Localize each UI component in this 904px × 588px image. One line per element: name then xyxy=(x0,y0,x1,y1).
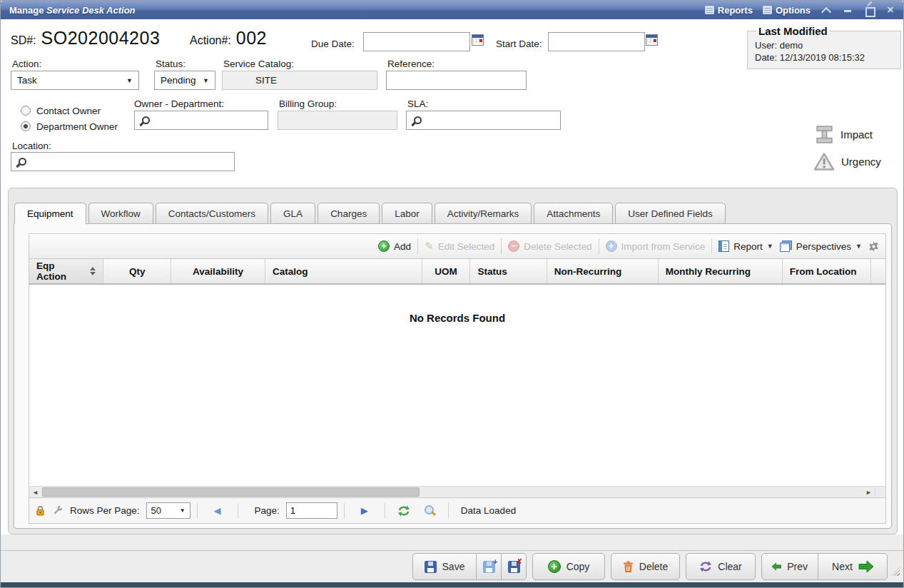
clear-icon xyxy=(699,561,712,572)
sla-input[interactable] xyxy=(406,111,561,130)
add-icon: + xyxy=(378,240,390,252)
status-select[interactable]: Pending ▼ xyxy=(154,71,215,90)
next-arrow-icon xyxy=(858,561,873,572)
toolbar-separator xyxy=(599,238,599,254)
column-header-label: Availability xyxy=(193,266,243,277)
options-button[interactable]: Options xyxy=(763,5,811,16)
grid-pager: Rows Per Page: 50 ▼ ◀ Page: ▶ xyxy=(29,498,886,524)
column-header-monthly-recurring[interactable]: Monthly Recurring xyxy=(659,259,783,283)
column-header-status[interactable]: Status xyxy=(470,259,547,283)
delete-button[interactable]: Delete xyxy=(611,553,680,580)
tab-contacts-customers[interactable]: Contacts/Customers xyxy=(156,203,268,223)
scrollbar-corner xyxy=(875,487,885,497)
scrollbar-track[interactable] xyxy=(41,487,863,497)
tab-activity-remarks[interactable]: Activity/Remarks xyxy=(435,203,532,223)
save-and-close-button[interactable]: ✗ xyxy=(502,553,527,580)
save-and-new-button[interactable]: + xyxy=(477,553,502,580)
minimize-icon[interactable] xyxy=(842,4,853,16)
search-records-icon[interactable] xyxy=(424,505,435,516)
maximize-icon[interactable] xyxy=(863,4,875,16)
report-menu-button[interactable]: Report ▼ xyxy=(718,240,773,252)
location-search-icon xyxy=(17,158,26,167)
due-date-calendar-icon[interactable] xyxy=(472,34,484,46)
close-icon[interactable]: × xyxy=(885,4,896,16)
tab-equipment[interactable]: Equipment xyxy=(14,203,86,224)
save-button[interactable]: Save xyxy=(412,553,477,580)
location-input[interactable] xyxy=(11,152,235,171)
column-header-uom[interactable]: UOM xyxy=(422,259,471,283)
prev-button[interactable]: Prev xyxy=(761,553,818,580)
import-from-service-button[interactable]: + Import from Service xyxy=(606,240,706,252)
last-modified-title: Last Modified xyxy=(756,25,830,37)
impact-indicator[interactable]: Impact xyxy=(815,125,873,144)
footer: Save + ✗ + Copy Delete Clear xyxy=(1,534,903,582)
edit-icon: ✎ xyxy=(425,240,434,253)
tab-labor[interactable]: Labor xyxy=(382,203,432,223)
department-owner-label[interactable]: Department Owner xyxy=(36,121,118,132)
page-number-input[interactable] xyxy=(286,502,337,519)
scrollbar-thumb[interactable] xyxy=(42,487,420,497)
collapse-icon[interactable] xyxy=(821,4,832,16)
start-date-input[interactable] xyxy=(548,32,645,51)
start-date-calendar-icon[interactable] xyxy=(646,34,658,46)
column-header-from-location[interactable]: From Location xyxy=(783,259,871,283)
tab-user-defined-fields[interactable]: User Defined Fields xyxy=(615,203,726,223)
column-header-eqp-action[interactable]: Eqp Action xyxy=(29,259,103,283)
department-owner-radio[interactable] xyxy=(21,121,31,131)
edit-selected-button[interactable]: ✎ Edit Selected xyxy=(425,240,494,253)
save-button-group: Save + ✗ xyxy=(412,553,527,580)
scroll-left-arrow-icon[interactable]: ◄ xyxy=(29,487,41,497)
action-header-form: SD#: SO202004203 Action#: 002 Due Date: … xyxy=(1,19,903,188)
rows-per-page-value: 50 xyxy=(151,505,161,516)
grid-settings-gear-icon[interactable] xyxy=(868,241,879,252)
tab-gla[interactable]: GLA xyxy=(270,203,315,223)
next-page-icon[interactable]: ▶ xyxy=(361,506,368,515)
options-icon xyxy=(763,6,772,14)
contact-owner-radio[interactable] xyxy=(21,106,31,116)
wrench-icon[interactable] xyxy=(52,505,64,516)
edit-selected-label: Edit Selected xyxy=(438,241,495,252)
clear-button[interactable]: Clear xyxy=(686,553,756,580)
contact-owner-label[interactable]: Contact Owner xyxy=(36,106,101,116)
reports-button[interactable]: Reports xyxy=(705,5,753,16)
detail-panel: Equipment Workflow Contacts/Customers GL… xyxy=(8,188,898,534)
action-number: Action#: 002 xyxy=(190,28,267,49)
rows-per-page-select[interactable]: 50 ▼ xyxy=(146,502,191,519)
status-select-caret-icon: ▼ xyxy=(203,77,209,84)
perspectives-menu-button[interactable]: Perspectives ▼ xyxy=(780,240,862,252)
column-header-catalog[interactable]: Catalog xyxy=(265,259,422,283)
no-records-message: No Records Found xyxy=(410,312,505,324)
location-label: Location: xyxy=(12,141,51,151)
rows-per-page-caret-icon: ▼ xyxy=(180,507,186,514)
perspectives-icon xyxy=(780,240,792,252)
previous-page-icon[interactable]: ◀ xyxy=(214,506,221,515)
service-catalog-value: SITE xyxy=(255,75,277,86)
action-select[interactable]: Task ▼ xyxy=(11,71,139,90)
column-header-non-recurring[interactable]: Non-Recurring xyxy=(547,259,659,283)
prev-arrow-icon xyxy=(772,561,781,572)
add-button[interactable]: + Add xyxy=(378,240,411,252)
due-date-input[interactable] xyxy=(363,32,470,51)
owner-department-input[interactable] xyxy=(134,111,268,130)
delete-selected-button[interactable]: − Delete Selected xyxy=(508,240,591,252)
column-header-qty[interactable]: Qty xyxy=(103,259,171,283)
tab-attachments[interactable]: Attachments xyxy=(534,203,613,223)
tab-workflow[interactable]: Workflow xyxy=(88,203,153,223)
add-label: Add xyxy=(394,241,411,252)
lock-icon[interactable] xyxy=(35,505,46,516)
equipment-tab-panel: + Add ✎ Edit Selected − Delete Selected xyxy=(14,223,892,529)
column-header-availability[interactable]: Availability xyxy=(171,259,265,283)
equipment-grid: + Add ✎ Edit Selected − Delete Selected xyxy=(29,233,886,524)
refresh-icon[interactable] xyxy=(397,505,410,517)
delete-icon xyxy=(623,561,634,573)
action-number-value: 002 xyxy=(236,28,267,49)
rows-per-page-label: Rows Per Page: xyxy=(70,505,140,516)
next-button[interactable]: Next xyxy=(818,553,888,580)
status-select-value: Pending xyxy=(161,75,196,86)
scroll-right-arrow-icon[interactable]: ► xyxy=(863,487,875,497)
reference-input[interactable] xyxy=(386,71,527,90)
urgency-indicator[interactable]: Urgency xyxy=(813,152,881,171)
copy-button[interactable]: + Copy xyxy=(532,553,605,580)
tab-charges[interactable]: Charges xyxy=(318,203,380,223)
pager-separator xyxy=(238,503,238,519)
